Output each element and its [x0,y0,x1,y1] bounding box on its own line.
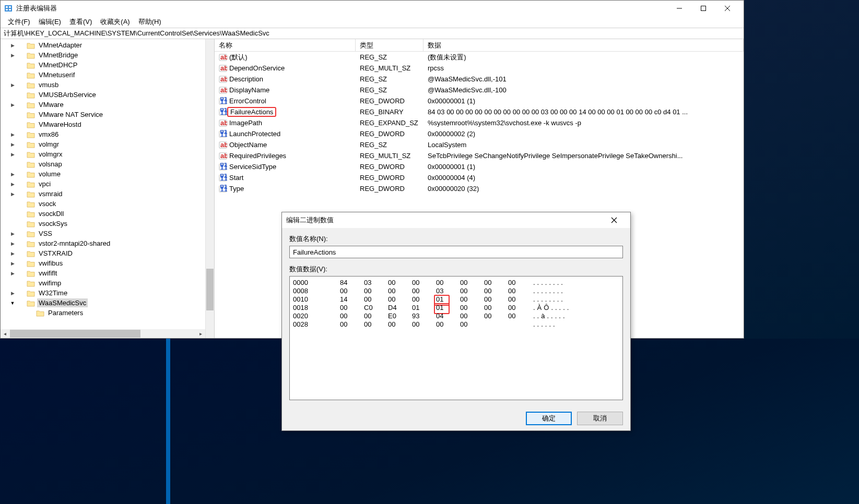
hex-byte[interactable]: 00 [340,320,364,329]
tree-item[interactable]: ▶VSTXRAID [16,248,205,258]
column-header-data[interactable]: 数据 [423,39,744,51]
hex-byte[interactable]: 84 [340,279,364,287]
expand-icon[interactable]: ▶ [9,43,16,48]
hex-byte[interactable]: 00 [484,304,508,312]
hex-byte[interactable]: 00 [388,320,412,329]
tree-item[interactable]: ▶VSS [16,229,205,238]
hex-editor[interactable]: 00008403000000000000........000800000000… [289,276,623,400]
tree-item[interactable]: ▶VMnetAdapter [16,40,205,50]
tree-horizontal-scrollbar[interactable]: ◂ ▸ [1,329,205,338]
column-header-type[interactable]: 类型 [356,39,423,51]
value-row[interactable]: ObjectNameREG_SZLocalSystem [215,139,744,150]
hex-byte[interactable]: 03 [364,279,388,287]
hex-byte[interactable]: 93 [412,312,436,320]
expand-icon[interactable]: ▶ [9,191,16,197]
hex-byte[interactable]: 00 [436,279,460,287]
expand-icon[interactable]: ▶ [9,142,16,147]
hex-byte[interactable]: 00 [340,312,364,320]
hex-byte[interactable]: 00 [508,287,532,295]
tree-item[interactable]: ▶vmx86 [16,129,205,139]
expand-icon[interactable]: ▶ [9,271,16,276]
column-header-name[interactable]: 名称 [215,39,356,51]
hex-byte[interactable]: 00 [508,304,532,312]
value-row[interactable]: ImagePathREG_EXPAND_SZ%systemroot%\syste… [215,117,744,128]
value-row[interactable]: DependOnServiceREG_MULTI_SZrpcss [215,63,744,74]
hex-byte[interactable]: 00 [388,279,412,287]
hex-byte[interactable]: C0 [364,304,388,312]
hex-row[interactable]: 00080000000003000000........ [293,287,619,295]
hex-byte[interactable]: 00 [460,320,484,329]
tree-item[interactable]: vsockSys [16,219,205,229]
expand-icon[interactable]: ▶ [9,261,16,266]
dialog-titlebar[interactable]: 编辑二进制数值 [282,212,630,228]
value-row[interactable]: FailureActionsREG_BINARY84 03 00 00 00 0… [215,106,744,117]
hex-byte[interactable]: 00 [484,279,508,287]
hex-byte[interactable]: 00 [364,287,388,295]
hex-byte[interactable]: 00 [412,320,436,329]
value-row[interactable]: DisplayNameREG_SZ@WaaSMedicSvc.dll,-100 [215,85,744,95]
hex-byte[interactable]: 03 [436,287,460,295]
value-name-input[interactable] [289,246,623,258]
hex-byte[interactable]: 00 [460,304,484,312]
hex-byte[interactable]: 00 [364,295,388,304]
hex-byte[interactable]: 00 [436,320,460,329]
titlebar[interactable]: 注册表编辑器 [1,1,744,16]
tree-item[interactable]: ▶vmusb [16,80,205,90]
tree-item[interactable]: volsnap [16,159,205,169]
tree-item[interactable]: ▶vsmraid [16,189,205,199]
hex-byte[interactable]: 00 [484,312,508,320]
tree-item[interactable]: ▼WaaSMedicSvc [16,298,205,308]
hex-byte[interactable]: 00 [388,287,412,295]
tree-item[interactable]: VMware NAT Service [16,110,205,119]
expand-icon[interactable]: ▶ [9,102,16,107]
expand-icon[interactable]: ▶ [9,231,16,236]
hex-row[interactable]: 001800C0D40101000000.ÀÔ..... [293,304,619,312]
collapse-icon[interactable]: ▼ [9,301,16,306]
hex-row[interactable]: 00200000E09304000000..à..... [293,312,619,320]
hex-byte[interactable]: 00 [340,287,364,295]
tree-vertical-scrollbar[interactable] [205,39,214,338]
tree-item[interactable]: ▶vstor2-mntapi20-shared [16,238,205,248]
expand-icon[interactable]: ▶ [9,82,16,88]
scroll-right-arrow-icon[interactable]: ▸ [196,331,205,337]
hex-byte[interactable]: 04 [436,312,460,320]
value-row[interactable]: ServiceSidTypeREG_DWORD0x00000001 (1) [215,161,744,172]
hex-byte[interactable]: D4 [388,304,412,312]
hex-byte[interactable]: 00 [412,279,436,287]
expand-icon[interactable]: ▶ [9,251,16,256]
tree-item[interactable]: VMnetuserif [16,70,205,80]
value-row[interactable]: LaunchProtectedREG_DWORD0x00000002 (2) [215,128,744,139]
expand-icon[interactable]: ▶ [9,152,16,157]
hex-byte[interactable]: 00 [340,304,364,312]
dialog-close-button[interactable] [602,212,626,228]
tree-item[interactable]: VMwareHostd [16,119,205,129]
hex-byte[interactable]: 00 [388,295,412,304]
expand-icon[interactable]: ▶ [9,241,16,246]
value-row[interactable]: StartREG_DWORD0x00000004 (4) [215,172,744,183]
hex-byte[interactable]: 00 [484,295,508,304]
menu-favorites[interactable]: 收藏夹(A) [96,16,134,28]
hex-byte[interactable]: 00 [508,295,532,304]
tree-item[interactable]: ▶volmgrx [16,149,205,159]
hex-byte[interactable]: 01 [436,295,460,304]
tree-item[interactable]: VMUSBArbService [16,90,205,100]
tree-item[interactable]: ▶vwifibus [16,258,205,268]
hex-byte[interactable]: 00 [460,312,484,320]
value-row[interactable]: DescriptionREG_SZ@WaaSMedicSvc.dll,-101 [215,74,744,85]
hex-byte[interactable]: 00 [508,312,532,320]
hex-byte[interactable]: 00 [412,295,436,304]
tree-item[interactable]: vwifimp [16,278,205,288]
tree-item[interactable]: Parameters [16,308,205,318]
cancel-button[interactable]: 取消 [577,412,623,425]
hex-byte[interactable]: 01 [412,304,436,312]
ok-button[interactable]: 确定 [526,412,572,425]
tree-item[interactable]: ▶vwififlt [16,268,205,278]
value-row[interactable]: (默认)REG_SZ(数值未设置) [215,52,744,63]
hex-byte[interactable]: 00 [412,287,436,295]
expand-icon[interactable]: ▶ [9,132,16,137]
hex-byte[interactable]: 00 [460,295,484,304]
hex-byte[interactable]: 00 [508,279,532,287]
tree-item[interactable]: ▶vpci [16,179,205,189]
expand-icon[interactable]: ▶ [9,182,16,187]
scroll-left-arrow-icon[interactable]: ◂ [1,331,9,337]
